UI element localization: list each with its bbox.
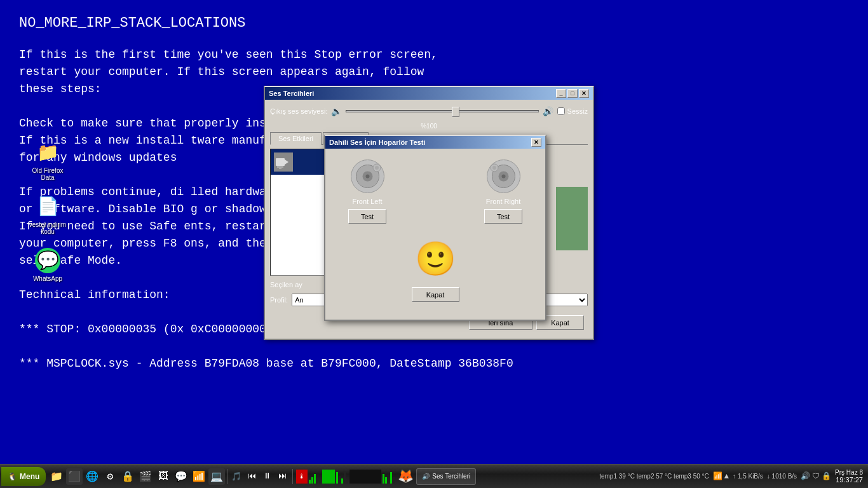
desktop-icon-whatsapp[interactable]: 💬 WhatsApp [25,248,70,282]
bar3-4 [390,472,392,484]
bar3-2 [385,477,387,484]
net-upload: ↑ 1,5 KiB/s [733,473,763,480]
maximize-button[interactable]: □ [567,89,578,98]
minimize-button[interactable]: _ [556,89,566,98]
front-right-icon [486,159,521,194]
volume-label: Çıkış ses seviyesi: [270,107,327,115]
bar3-1 [383,474,384,484]
taskbar-mid-icon-2[interactable]: ⏮ [245,470,259,484]
taskbar-settings-icon[interactable]: ⚙ [102,468,118,485]
taskbar-network-icon[interactable]: 📶 [191,468,207,485]
taskbar-media-icon[interactable]: 🎬 [137,468,154,485]
taskbar-lock-icon[interactable]: 🔒 [119,468,136,485]
svg-rect-4 [279,168,281,169]
network-tray-icon[interactable]: 📶 [713,471,722,481]
start-label: Menu [20,472,39,481]
bar2-4 [344,471,346,484]
svg-rect-3 [277,166,283,168]
firefox-label: Old Firefox Data [25,167,70,181]
taskbar-green-indicator [322,470,335,484]
volume-high-icon: 🔊 [543,106,553,116]
whatsapp-icon: 💬 [35,248,60,273]
close-button[interactable]: ✕ [579,89,589,98]
taskbar-quick-launch: 📁 ⬛ 🌐 ⚙ 🔒 🎬 🖼 💬 📶 💻 [48,468,225,485]
svg-point-10 [375,166,379,170]
svg-point-14 [501,175,505,179]
clock-time: 19:37:27 [835,476,863,484]
taskbar-open-windows: 🔊 Ses Tercihleri [416,468,476,485]
taskbar: 🐧 Menu 📁 ⬛ 🌐 ⚙ 🔒 🎬 🖼 💬 📶 💻 🎵 ⏮ ⏸ ⏭ 🌡 [0,464,868,488]
taskbar-mid-icon-3[interactable]: ⏸ [260,470,274,484]
network-graph-3 [383,470,395,484]
slider-thumb[interactable] [452,107,459,117]
taskbar-terminal-icon[interactable]: ⬛ [66,468,83,485]
sys-tray-icons-2: 🔊 🛡 🔒 [801,471,831,481]
window-label: Ses Tercihleri [432,473,470,480]
taskbar-folder-icon[interactable]: 📁 [48,468,65,485]
taskbar-mid-icon-1[interactable]: 🎵 [229,470,243,484]
firefox-taskbar-icon[interactable]: 🦊 [397,468,414,485]
vestel-label: vestel indirim kodu [25,221,70,235]
clock-date: Prş Haz 8 [835,469,863,476]
speakers-row: Front Left Test Front Right Test [336,159,535,224]
start-button[interactable]: 🐧 Menu [1,467,46,486]
hoparlor-kapat-button[interactable]: Kapat [412,287,459,302]
taskbar-browser-icon[interactable]: 🌐 [84,468,100,485]
front-right-test-button[interactable]: Test [484,209,522,224]
network-graph [309,470,321,484]
bar3-3 [388,480,390,484]
arrow-up-icon: ▲ [724,472,729,481]
black-area [349,470,381,484]
clock: Prş Haz 8 19:37:27 [835,469,863,484]
date-display: Prş Haz 8 [835,469,863,476]
taskbar-browser-running[interactable]: 🦊 [397,468,414,485]
hoparlor-content: Front Left Test Front Right Test [325,149,545,320]
smiley-icon: 🙂 [415,245,456,278]
lock-tray-icon[interactable]: 🔒 [822,471,831,481]
bar2-1 [336,472,338,484]
whatsapp-label: WhatsApp [33,275,62,282]
bar2-3 [341,478,343,484]
ses-tercihleri-taskbar-btn[interactable]: 🔊 Ses Tercihleri [416,468,476,485]
sessiz-label: Sessiz [567,107,588,115]
desktop-icon-vestel[interactable]: 📄 vestel indirim kodu [25,194,70,235]
volume-low-icon: 🔈 [331,106,342,116]
smiley-area: 🙂 [336,236,535,287]
front-right-label: Front Right [486,198,520,205]
shield-tray-icon[interactable]: 🛡 [812,471,820,481]
svg-rect-1 [276,158,285,166]
taskbar-chat-icon[interactable]: 💬 [173,468,189,485]
volume-slider-container[interactable] [346,105,538,118]
front-left-test-button[interactable]: Test [348,209,386,224]
taskbar-cmd-icon[interactable]: 💻 [208,468,225,485]
front-left-label: Front Left [352,198,382,205]
bar2-5 [346,480,348,484]
hoparlor-titlebar-buttons: ✕ [531,138,541,147]
hoparlor-titlebar: Dahili Ses İçin Hoparlör Testi ✕ [325,136,545,149]
bsod-line2: If this is the first time you've seen th… [19,46,849,64]
green-area [556,187,588,250]
hoparlor-close-button[interactable]: ✕ [531,138,541,147]
volume-tray-icon[interactable]: 🔊 [801,471,810,481]
percent-label: %100 [270,123,588,130]
bar3-5 [393,477,395,484]
bar2-2 [339,476,341,484]
front-left-speaker: Front Left Test [336,159,399,224]
svg-point-8 [365,175,369,179]
taskbar-mid-icon-4[interactable]: ⏭ [275,470,289,484]
sys-tray-icons: 📶 ▲ [713,471,729,481]
net-download: ↓ 1010 B/s [767,473,797,480]
selected-device-label: Seçilen ay [270,281,302,288]
tab-ses-etkileri[interactable]: Ses Etkileri [270,132,322,145]
network-graph-2 [336,470,348,484]
bar-1 [309,480,311,484]
ses-tercihleri-titlebar: Ses Tercihleri _ □ ✕ [265,87,593,100]
taskbar-divider-1 [227,469,227,484]
sessiz-checkbox[interactable] [557,107,565,115]
bsod-line3: restart your computer. If this screen ap… [19,64,849,81]
taskbar-photo-icon[interactable]: 🖼 [155,468,172,485]
volume-slider[interactable] [346,110,538,112]
bar-5 [319,480,321,484]
sessiz-row: Sessiz [557,107,588,115]
desktop-icon-firefox[interactable]: 📁 Old Firefox Data [25,140,70,181]
